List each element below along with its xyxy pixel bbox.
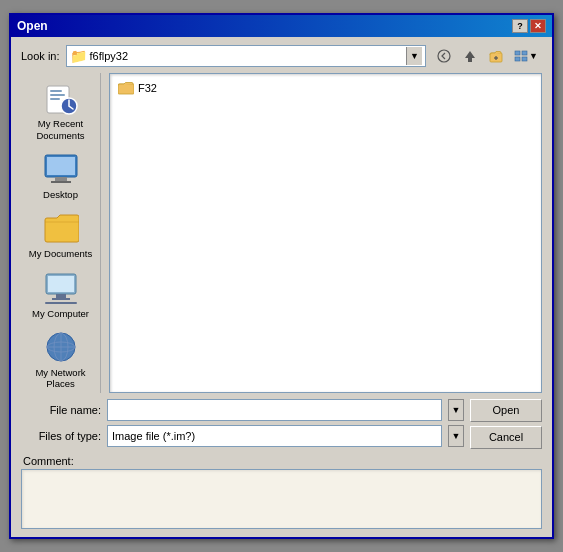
files-of-type-combo[interactable]: Image file (*.im?)	[107, 425, 442, 447]
help-button[interactable]: ?	[512, 19, 528, 33]
svg-rect-21	[45, 302, 77, 304]
comment-box[interactable]	[21, 469, 542, 529]
file-name-input[interactable]	[110, 404, 439, 416]
up-button[interactable]	[458, 45, 482, 67]
title-controls: ? ✕	[512, 19, 546, 33]
svg-rect-9	[50, 90, 62, 92]
look-in-combo[interactable]: 📁 f6flpy32 ▼	[66, 45, 426, 67]
create-folder-button[interactable]	[484, 45, 508, 67]
svg-rect-4	[515, 51, 520, 55]
files-of-type-label: Files of type:	[21, 430, 101, 442]
svg-rect-20	[52, 298, 70, 300]
files-of-type-dropdown[interactable]: ▼	[448, 425, 464, 447]
title-bar: Open ? ✕	[11, 15, 552, 37]
file-name-label: File name:	[21, 404, 101, 416]
sidebar-item-desktop[interactable]: Desktop	[23, 148, 99, 203]
files-of-type-row: Files of type: Image file (*.im?) ▼	[21, 425, 464, 447]
svg-rect-5	[522, 51, 527, 55]
bottom-fields-wrap: File name: ▼ Files of type: Image file (…	[21, 399, 464, 447]
dialog-title: Open	[17, 19, 48, 33]
svg-rect-10	[50, 94, 65, 96]
dialog-body: Look in: 📁 f6flpy32 ▼	[11, 37, 552, 537]
title-bar-left: Open	[17, 19, 48, 33]
svg-rect-15	[55, 177, 67, 181]
look-in-folder-icon: 📁	[70, 48, 86, 64]
file-list[interactable]: F32	[109, 73, 542, 393]
look-in-row: Look in: 📁 f6flpy32 ▼	[21, 45, 542, 67]
file-name-row: File name: ▼	[21, 399, 464, 421]
folder-icon-f32	[118, 80, 134, 96]
file-name-dropdown[interactable]: ▼	[448, 399, 464, 421]
sidebar-item-network[interactable]: My NetworkPlaces	[23, 326, 99, 393]
file-item-f32-label: F32	[138, 82, 157, 94]
sidebar: My RecentDocuments Desktop	[21, 73, 101, 393]
sidebar-item-network-label: My NetworkPlaces	[35, 367, 85, 390]
comment-label: Comment:	[23, 455, 542, 467]
svg-rect-14	[47, 157, 75, 175]
back-button[interactable]	[432, 45, 456, 67]
views-button[interactable]: ▼	[510, 45, 542, 67]
bottom-section: File name: ▼ Files of type: Image file (…	[21, 399, 542, 449]
sidebar-item-recent-label: My RecentDocuments	[36, 118, 84, 141]
look-in-dropdown-arrow[interactable]: ▼	[406, 47, 422, 65]
sidebar-item-mydocs-label: My Documents	[29, 248, 92, 259]
sidebar-item-mydocs[interactable]: My Documents	[23, 207, 99, 262]
close-button[interactable]: ✕	[530, 19, 546, 33]
action-buttons: Open Cancel	[470, 399, 542, 449]
look-in-value: f6flpy32	[90, 50, 402, 62]
svg-rect-6	[515, 57, 520, 61]
files-of-type-value: Image file (*.im?)	[112, 430, 437, 442]
toolbar-buttons: ▼	[432, 45, 542, 67]
svg-rect-7	[522, 57, 527, 61]
sidebar-item-desktop-label: Desktop	[43, 189, 78, 200]
svg-rect-16	[51, 181, 71, 183]
file-item-f32[interactable]: F32	[114, 78, 537, 98]
open-button[interactable]: Open	[470, 399, 542, 422]
open-dialog: Open ? ✕ Look in: 📁 f6flpy32 ▼	[9, 13, 554, 539]
svg-rect-11	[50, 98, 60, 100]
sidebar-item-mycomp[interactable]: My Computer	[23, 267, 99, 322]
comment-row: Comment:	[21, 455, 542, 529]
look-in-label: Look in:	[21, 50, 60, 62]
svg-point-0	[438, 50, 450, 62]
cancel-button[interactable]: Cancel	[470, 426, 542, 449]
main-area: My RecentDocuments Desktop	[21, 73, 542, 393]
svg-rect-18	[48, 276, 74, 292]
svg-rect-19	[56, 294, 66, 298]
sidebar-item-recent[interactable]: My RecentDocuments	[23, 77, 99, 144]
sidebar-item-mycomp-label: My Computer	[32, 308, 89, 319]
file-name-input-wrapper[interactable]	[107, 399, 442, 421]
